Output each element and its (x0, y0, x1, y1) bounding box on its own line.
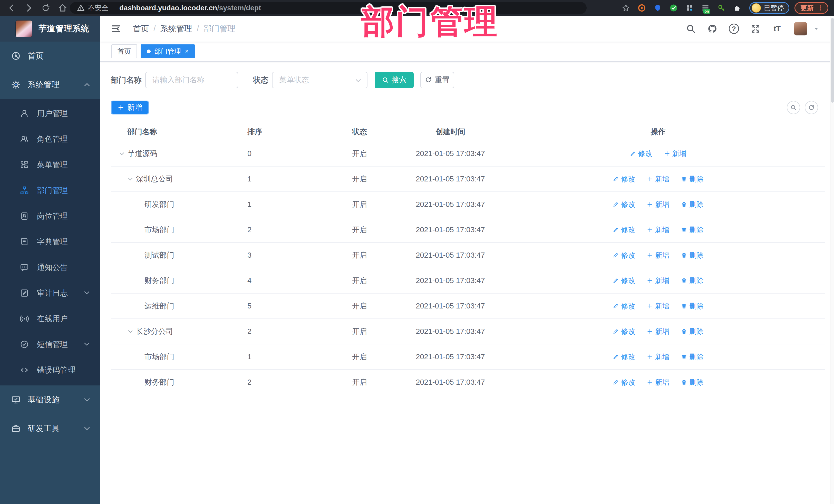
tree-collapse-icon[interactable] (127, 176, 136, 182)
cell-dept-name: 深圳总公司 (136, 174, 173, 184)
sidebar-item-home[interactable]: 首页 (0, 42, 100, 70)
cell-sort: 2 (246, 225, 352, 234)
sidebar-item-infrastructure[interactable]: 基础设施 (0, 386, 100, 414)
col-header-created: 创建时间 (409, 127, 491, 137)
extension-key-icon[interactable] (717, 3, 726, 13)
edit-link[interactable]: 修改 (613, 174, 635, 184)
browser-back-icon[interactable] (7, 3, 17, 13)
add-child-link[interactable]: 新增 (647, 225, 670, 235)
tab-home[interactable]: 首页 (111, 44, 137, 58)
sidebar-item-error-code[interactable]: 错误码管理 (0, 357, 100, 383)
edit-link[interactable]: 修改 (613, 327, 635, 336)
toggle-search-button[interactable] (787, 101, 800, 114)
extension-shield-icon[interactable] (653, 3, 663, 13)
scrollbar-thumb[interactable] (831, 18, 834, 103)
sidebar-item-label: 短信管理 (37, 339, 68, 350)
edit-link[interactable]: 修改 (613, 225, 635, 235)
help-icon[interactable]: ? (728, 23, 740, 35)
breadcrumb-home[interactable]: 首页 (133, 23, 149, 34)
sidebar-item-dept-management[interactable]: 部门管理 (0, 178, 100, 203)
search-button-label: 搜索 (392, 75, 407, 85)
add-child-link[interactable]: 新增 (647, 250, 670, 260)
sidebar-item-system-management[interactable]: 系统管理 (0, 70, 100, 99)
sidebar-collapse-icon[interactable] (110, 23, 122, 35)
sidebar-item-dict-management[interactable]: 字典管理 (0, 229, 100, 255)
avatar-caret-down-icon[interactable] (813, 25, 820, 32)
user-avatar[interactable] (794, 22, 807, 36)
sidebar-item-audit-log[interactable]: 审计日志 (0, 280, 100, 306)
tree-collapse-icon[interactable] (127, 328, 136, 335)
dept-name-input[interactable]: 请输入部门名称 (145, 72, 238, 88)
status-select[interactable]: 菜单状态 (272, 72, 368, 88)
add-child-link[interactable]: 新增 (647, 301, 670, 311)
delete-link[interactable]: 删除 (681, 225, 704, 235)
add-child-link[interactable]: 新增 (647, 276, 670, 286)
url-path: /system/dept (217, 4, 261, 12)
refresh-table-button[interactable] (805, 101, 818, 114)
delete-link[interactable]: 删除 (681, 250, 704, 260)
delete-link[interactable]: 删除 (681, 200, 704, 210)
cell-created: 2021-01-05 17:03:47 (409, 149, 491, 158)
edit-link[interactable]: 修改 (613, 352, 635, 362)
sidebar-item-dev-tools[interactable]: 研发工具 (0, 414, 100, 443)
table-toolbar: 新增 (111, 101, 830, 114)
sidebar-item-sms-management[interactable]: 短信管理 (0, 332, 100, 357)
sidebar-item-menu-management[interactable]: 菜单管理 (0, 152, 100, 178)
add-child-link[interactable]: 新增 (647, 200, 670, 210)
delete-link[interactable]: 删除 (681, 327, 704, 336)
tab-dept-management[interactable]: 部门管理 × (140, 44, 195, 58)
add-child-link[interactable]: 新增 (647, 327, 670, 336)
edit-link[interactable]: 修改 (613, 200, 635, 210)
add-dept-button[interactable]: 新增 (111, 101, 149, 114)
sidebar-item-online-users[interactable]: 在线用户 (0, 306, 100, 332)
browser-update-button[interactable]: 更新 (794, 2, 828, 14)
edit-link[interactable]: 修改 (613, 250, 635, 260)
extension-grid-icon[interactable] (685, 3, 695, 13)
add-child-link[interactable]: 新增 (647, 174, 670, 184)
edit-link[interactable]: 修改 (613, 276, 635, 286)
fullscreen-icon[interactable] (750, 23, 761, 35)
sidebar-item-post-management[interactable]: 岗位管理 (0, 203, 100, 229)
browser-reload-icon[interactable] (41, 3, 51, 13)
edit-link[interactable]: 修改 (630, 149, 653, 159)
breadcrumb-system[interactable]: 系统管理 (160, 23, 192, 34)
sidebar-item-user-management[interactable]: 用户管理 (0, 101, 100, 126)
add-child-link[interactable]: 新增 (664, 149, 687, 159)
sidebar-item-notice[interactable]: 通知公告 (0, 255, 100, 280)
delete-link[interactable]: 删除 (681, 377, 704, 387)
bookmark-star-icon[interactable] (621, 3, 631, 13)
github-icon[interactable] (707, 23, 718, 35)
delete-link[interactable]: 删除 (681, 301, 704, 311)
extension-green-check-icon[interactable] (669, 3, 679, 13)
refresh-icon (808, 104, 815, 111)
page-scrollbar[interactable] (830, 16, 834, 504)
edit-link[interactable]: 修改 (613, 301, 635, 311)
status-label: 状态 (253, 75, 268, 85)
sidebar-item-role-management[interactable]: 角色管理 (0, 126, 100, 152)
extension-orange-icon[interactable] (637, 3, 647, 13)
font-size-icon[interactable]: tT (771, 23, 783, 35)
add-child-link[interactable]: 新增 (647, 377, 670, 387)
extension-list-icon[interactable]: on (701, 3, 710, 13)
browser-menu-kebab-icon[interactable] (817, 4, 824, 12)
delete-link[interactable]: 删除 (681, 174, 704, 184)
browser-profile-chip[interactable]: 已暂停 (749, 2, 789, 14)
browser-forward-icon[interactable] (24, 3, 34, 13)
online-signal-icon (20, 314, 29, 324)
reset-button[interactable]: 重置 (420, 72, 454, 88)
search-button[interactable]: 搜索 (375, 72, 414, 88)
delete-link[interactable]: 删除 (681, 352, 704, 362)
col-header-name: 部门名称 (111, 127, 246, 137)
browser-home-icon[interactable] (58, 3, 68, 13)
tree-collapse-icon[interactable] (119, 150, 128, 157)
app-logo-bar[interactable]: 芋道管理系统 (0, 16, 100, 42)
extensions-puzzle-icon[interactable] (732, 3, 742, 13)
delete-link[interactable]: 删除 (681, 276, 704, 286)
add-child-link[interactable]: 新增 (647, 352, 670, 362)
header-search-icon[interactable] (685, 23, 697, 35)
tab-close-icon[interactable]: × (185, 48, 189, 55)
edit-link[interactable]: 修改 (613, 377, 635, 387)
address-bar[interactable]: 不安全 dashboard.yudao.iocoder.cn/system/de… (70, 2, 587, 14)
plus-icon (647, 201, 653, 207)
cell-created: 2021-01-05 17:03:47 (409, 302, 491, 310)
